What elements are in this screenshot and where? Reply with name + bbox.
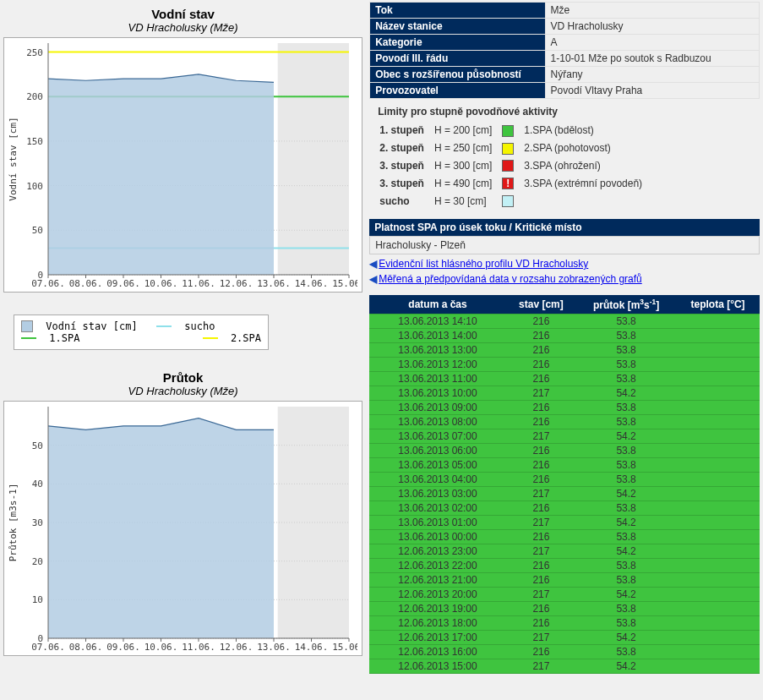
info-key: Provozovatel: [370, 83, 545, 99]
data-table: datum a čas stav [cm] průtok [m3s-1] tep…: [369, 295, 760, 674]
svg-text:09.06.: 09.06.: [106, 642, 140, 653]
limit-value: H = 200 [cm]: [434, 123, 500, 139]
info-val: Povodí Vltavy Praha: [545, 83, 759, 99]
svg-text:08.06.: 08.06.: [69, 278, 103, 289]
arrow-icon: ◀: [369, 258, 377, 270]
table-row: 13.06.2013 05:0021653.8: [369, 458, 760, 473]
svg-text:12.06.: 12.06.: [220, 278, 253, 289]
table-row: 13.06.2013 14:1021653.8: [369, 314, 760, 329]
svg-text:11.06.: 11.06.: [182, 278, 215, 289]
table-row: 12.06.2013 20:0021754.2: [369, 588, 760, 602]
svg-text:20: 20: [32, 556, 43, 567]
info-val: VD Hracholusky: [545, 19, 759, 35]
svg-text:10.06.: 10.06.: [144, 642, 178, 653]
svg-text:10.06.: 10.06.: [144, 278, 178, 289]
table-row: 12.06.2013 23:0021754.2: [369, 544, 760, 559]
svg-text:13.06.: 13.06.: [257, 278, 291, 289]
table-row: 13.06.2013 12:0021653.8: [369, 358, 760, 372]
svg-text:09.06.: 09.06.: [106, 278, 140, 289]
svg-text:12.06.: 12.06.: [220, 642, 253, 653]
svg-text:15.06.: 15.06.: [332, 278, 357, 289]
validity-header: Platnost SPA pro úsek toku / Kritické mí…: [369, 219, 760, 236]
limit-color-icon: [502, 140, 522, 156]
chart-subtitle-stav: VD Hracholusky (Mže): [3, 21, 362, 34]
info-key: Název stanice: [370, 19, 545, 35]
svg-text:30: 30: [32, 517, 43, 528]
chart-title-prutok: Průtok: [3, 370, 362, 385]
table-row: 13.06.2013 04:0021653.8: [369, 473, 760, 487]
table-row: 13.06.2013 08:0021653.8: [369, 415, 760, 429]
table-row: 13.06.2013 14:0021653.8: [369, 329, 760, 343]
chart-legend: Vodní stav [cm] sucho 1.SPA 2.SPA: [14, 314, 269, 350]
table-row: 12.06.2013 18:0021653.8: [369, 616, 760, 631]
table-row: 12.06.2013 22:0021653.8: [369, 559, 760, 573]
profile-link[interactable]: Evidenční list hlásného profilu VD Hrach…: [379, 258, 588, 270]
svg-text:08.06.: 08.06.: [69, 642, 103, 653]
col-teplota: teplota [°C]: [676, 295, 760, 314]
table-row: 13.06.2013 02:0021653.8: [369, 501, 760, 516]
limit-level: 3. stupeň: [379, 158, 433, 174]
limit-value: H = 490 [cm]: [434, 175, 500, 191]
limit-color-icon: [502, 193, 522, 209]
table-row: 13.06.2013 07:0021754.2: [369, 429, 760, 444]
table-row: 13.06.2013 09:0021653.8: [369, 401, 760, 415]
svg-text:40: 40: [32, 479, 43, 489]
limit-label: 2.SPA (pohotovost): [524, 140, 651, 156]
profile-link[interactable]: Měřená a předpovídaná data v rozsahu zob…: [379, 273, 642, 285]
info-val: A: [545, 35, 759, 51]
table-row: 13.06.2013 03:0021754.2: [369, 487, 760, 501]
chart-vodni-stav: 0 50 100 150 200 250 07.06. 08.06. 09.06…: [3, 37, 362, 293]
svg-rect-38: [277, 407, 349, 638]
col-stav: stav [cm]: [506, 295, 576, 314]
chart-title-stav: Vodní stav: [3, 7, 362, 21]
validity-body: Hracholusky - Plzeň: [369, 236, 760, 254]
limit-level: 2. stupeň: [379, 140, 433, 156]
arrow-icon: ◀: [369, 273, 377, 285]
info-val: 1-10-01 Mže po soutok s Radbuzou: [545, 51, 759, 67]
limit-value: H = 30 [cm]: [434, 193, 500, 209]
svg-text:07.06.: 07.06.: [31, 642, 65, 653]
limit-value: H = 250 [cm]: [434, 140, 500, 156]
table-row: 13.06.2013 13:0021653.8: [369, 343, 760, 358]
info-key: Povodí III. řádu: [370, 51, 545, 67]
col-prutok: průtok [m3s-1]: [576, 295, 676, 314]
info-key: Kategorie: [370, 35, 545, 51]
svg-text:15.06.: 15.06.: [332, 642, 357, 653]
info-key: Obec s rozšířenou působností: [370, 67, 545, 83]
svg-text:200: 200: [26, 91, 43, 102]
svg-text:250: 250: [26, 47, 43, 58]
limit-color-icon: [502, 123, 522, 139]
limit-color-icon: !: [502, 175, 522, 191]
limits-title: Limity pro stupně povodňové aktivity: [378, 106, 760, 118]
col-datetime: datum a čas: [369, 295, 506, 314]
station-info-table: TokMžeNázev staniceVD HracholuskyKategor…: [369, 2, 760, 99]
table-row: 12.06.2013 21:0021653.8: [369, 573, 760, 588]
table-row: 13.06.2013 06:0021653.8: [369, 444, 760, 458]
chart-subtitle-prutok: VD Hracholusky (Mže): [3, 385, 362, 397]
limit-level: 1. stupeň: [379, 123, 433, 139]
table-row: 12.06.2013 17:0021754.2: [369, 631, 760, 645]
svg-text:50: 50: [32, 225, 43, 236]
svg-text:100: 100: [26, 181, 43, 192]
table-row: 12.06.2013 15:0021754.2: [369, 659, 760, 674]
limit-label: [524, 193, 651, 209]
svg-text:14.06.: 14.06.: [295, 278, 329, 289]
limit-color-icon: [502, 158, 522, 174]
limits-table: 1. stupeň H = 200 [cm] 1.SPA (bdělost)2.…: [378, 121, 652, 211]
svg-text:150: 150: [26, 136, 43, 147]
info-val: Mže: [545, 3, 759, 19]
svg-text:14.06.: 14.06.: [295, 642, 329, 653]
svg-rect-0: [277, 43, 349, 275]
table-row: 12.06.2013 19:0021653.8: [369, 602, 760, 616]
info-key: Tok: [370, 3, 545, 19]
limit-level: 3. stupeň: [379, 175, 433, 191]
table-row: 13.06.2013 10:0021754.2: [369, 386, 760, 401]
svg-text:50: 50: [32, 440, 43, 451]
limit-value: H = 300 [cm]: [434, 158, 500, 174]
limit-label: 3.SPA (ohrožení): [524, 158, 651, 174]
limit-label: 3.SPA (extrémní povodeň): [524, 175, 651, 191]
table-row: 13.06.2013 00:0021653.8: [369, 530, 760, 544]
info-val: Nýřany: [545, 67, 759, 83]
table-row: 13.06.2013 01:0021754.2: [369, 516, 760, 530]
table-row: 12.06.2013 16:0021653.8: [369, 645, 760, 659]
